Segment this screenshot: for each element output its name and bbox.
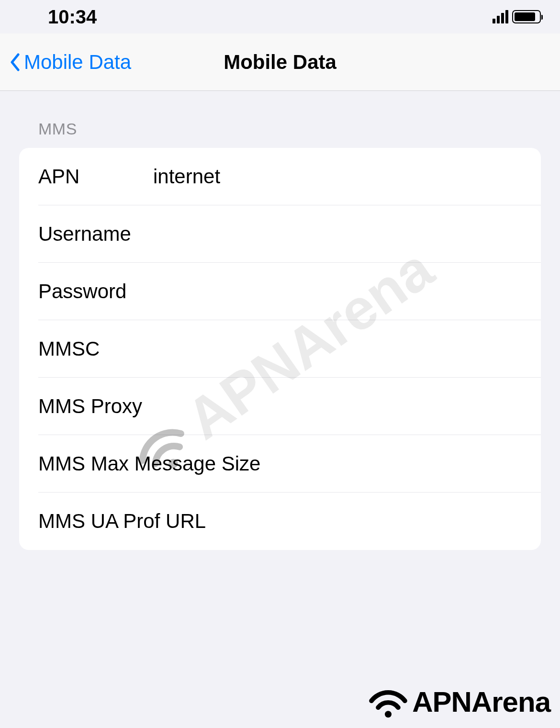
label-mms-ua-prof: MMS UA Prof URL — [38, 510, 522, 533]
back-label: Mobile Data — [24, 51, 131, 74]
row-mmsc[interactable]: MMSC — [19, 320, 541, 378]
label-mmsc: MMSC — [38, 337, 153, 360]
section-header-mms: MMS — [19, 91, 541, 148]
chevron-left-icon — [10, 53, 20, 71]
status-indicators — [493, 10, 541, 23]
svg-point-1 — [385, 711, 392, 717]
page-title: Mobile Data — [224, 51, 336, 74]
cellular-signal-icon — [493, 10, 508, 23]
input-username[interactable] — [153, 223, 522, 246]
navigation-bar: Mobile Data Mobile Data — [0, 34, 560, 91]
row-apn[interactable]: APN — [19, 148, 541, 205]
input-mmsc[interactable] — [153, 337, 522, 360]
row-mms-max-size[interactable]: MMS Max Message Size — [19, 435, 541, 493]
label-mms-proxy: MMS Proxy — [38, 395, 522, 418]
content-area: MMS APN Username Password MMSC MMS Proxy… — [0, 91, 560, 550]
wifi-icon — [367, 685, 410, 718]
label-username: Username — [38, 223, 153, 246]
settings-group-mms: APN Username Password MMSC MMS Proxy MMS… — [19, 148, 541, 550]
row-mms-ua-prof[interactable]: MMS UA Prof URL — [19, 493, 541, 550]
input-password[interactable] — [153, 280, 522, 303]
back-button[interactable]: Mobile Data — [10, 51, 131, 74]
status-time: 10:34 — [48, 6, 97, 28]
status-bar: 10:34 — [0, 0, 560, 34]
label-mms-max-size: MMS Max Message Size — [38, 452, 522, 475]
label-apn: APN — [38, 165, 153, 188]
input-apn[interactable] — [153, 165, 522, 188]
row-username[interactable]: Username — [19, 205, 541, 263]
label-password: Password — [38, 280, 153, 303]
row-mms-proxy[interactable]: MMS Proxy — [19, 378, 541, 435]
footer-text: APNArena — [412, 685, 550, 718]
battery-icon — [512, 10, 541, 23]
footer-logo: APNArena — [367, 685, 550, 718]
row-password[interactable]: Password — [19, 263, 541, 320]
